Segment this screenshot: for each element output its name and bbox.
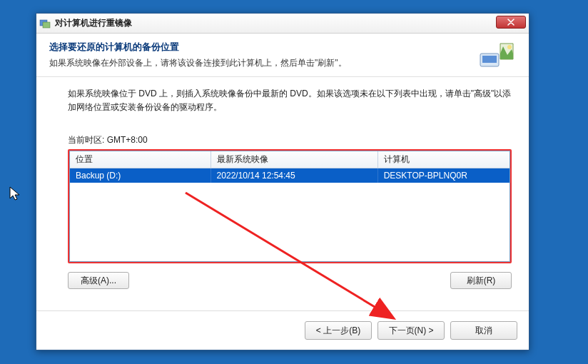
window-title: 对计算机进行重镜像 — [55, 17, 132, 29]
column-latest-image[interactable]: 最新系统映像 — [211, 151, 377, 168]
timezone-value: GMT+8:00 — [107, 135, 148, 145]
close-icon — [507, 19, 514, 26]
footer: < 上一步(B) 下一页(N) > 取消 — [36, 310, 529, 350]
backup-wizard-icon — [479, 41, 516, 71]
header-area: 选择要还原的计算机的备份位置 如果系统映像在外部设备上，请将该设备连接到此计算机… — [36, 34, 529, 77]
backup-table[interactable]: 位置 最新系统映像 计算机 Backup (D:) 2022/10/14 12:… — [69, 151, 510, 262]
next-button[interactable]: 下一页(N) > — [377, 321, 445, 340]
titlebar: 对计算机进行重镜像 — [36, 14, 529, 34]
body-area: 如果系统映像位于 DVD 上，则插入系统映像备份中最新的 DVD。如果该选项未在… — [36, 77, 529, 310]
svg-rect-3 — [482, 56, 497, 63]
svg-rect-1 — [43, 22, 50, 28]
table-header-row: 位置 最新系统映像 计算机 — [70, 151, 510, 168]
reimage-dialog: 对计算机进行重镜像 选择要还原的计算机的备份位置 如果系统映像在外部设备上，请将… — [36, 13, 529, 350]
column-location[interactable]: 位置 — [70, 151, 211, 168]
table-buttons-row: 高级(A)... 刷新(R) — [68, 272, 512, 289]
header-subtitle: 如果系统映像在外部设备上，请将该设备连接到此计算机上，然后单击"刷新"。 — [49, 56, 472, 69]
advanced-button[interactable]: 高级(A)... — [68, 272, 129, 289]
cell-latest-image: 2022/10/14 12:54:45 — [211, 168, 377, 183]
highlight-annotation: 位置 最新系统映像 计算机 Backup (D:) 2022/10/14 12:… — [68, 149, 512, 263]
close-button[interactable] — [496, 16, 526, 29]
table-row[interactable]: Backup (D:) 2022/10/14 12:54:45 DESKTOP-… — [70, 168, 510, 183]
back-button[interactable]: < 上一步(B) — [305, 321, 372, 340]
cell-computer: DESKTOP-BPLNQ0R — [377, 168, 510, 183]
timezone-label-text: 当前时区: — [68, 135, 104, 145]
instruction-text: 如果系统映像位于 DVD 上，则插入系统映像备份中最新的 DVD。如果该选项未在… — [68, 87, 512, 114]
cancel-button[interactable]: 取消 — [450, 321, 517, 340]
column-computer[interactable]: 计算机 — [377, 151, 510, 168]
header-text: 选择要还原的计算机的备份位置 如果系统映像在外部设备上，请将该设备连接到此计算机… — [49, 41, 472, 69]
app-icon — [39, 18, 51, 29]
header-title: 选择要还原的计算机的备份位置 — [49, 41, 472, 54]
svg-point-4 — [507, 45, 512, 49]
cursor-icon — [9, 186, 23, 203]
refresh-button[interactable]: 刷新(R) — [450, 272, 512, 289]
cell-location: Backup (D:) — [70, 168, 211, 183]
timezone-label: 当前时区: GMT+8:00 — [68, 134, 512, 146]
